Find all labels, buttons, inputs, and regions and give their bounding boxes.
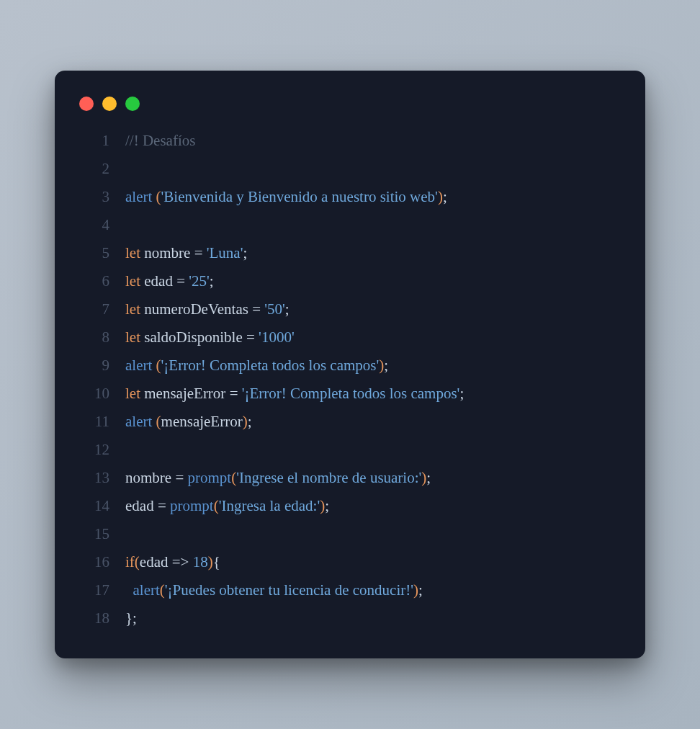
code-line[interactable]: 12 [75,436,625,464]
line-content [125,211,129,239]
token-str: '1000' [259,328,295,346]
token-fn: alert [125,188,152,205]
code-line[interactable]: 5let nombre = 'Luna'; [75,239,625,267]
line-number: 7 [75,295,125,323]
token-paren: ( [156,357,161,374]
token-str: '¡Error! Completa todos los campos' [242,385,460,402]
line-content: alert (mensajeError); [125,408,252,436]
token-id: nombre [125,469,175,486]
token-str: 'Ingresa la edad:' [219,497,320,514]
token-id: nombre [140,244,194,261]
token-op: => [172,553,189,571]
code-line[interactable]: 7let numeroDeVentas = '50'; [75,295,625,323]
token-str: 'Bienvenida y Bienvenido a nuestro sitio… [161,188,438,205]
line-number: 9 [75,352,125,380]
token-id: edad [140,272,176,290]
token-fn: alert [125,357,152,374]
line-content: edad = prompt('Ingresa la edad:'); [125,492,329,520]
token-id: ; [384,357,388,374]
line-content [125,436,129,464]
token-id: ; [248,413,252,430]
line-number: 11 [75,408,125,436]
code-line[interactable]: 10let mensajeError = '¡Error! Completa t… [75,380,625,408]
token-paren: ( [135,553,140,571]
token-id: ; [418,581,423,599]
line-number: 18 [75,604,125,632]
token-kw: let [125,385,140,402]
token-fn: alert [125,413,152,430]
line-content: alert('¡Puedes obtener tu licencia de co… [125,576,423,604]
token-kw: let [125,300,140,318]
token-id: edad [140,553,172,571]
token-id: edad [125,497,158,514]
line-number: 6 [75,267,125,295]
code-line[interactable]: 13nombre = prompt('Ingrese el nombre de … [75,464,625,492]
close-icon[interactable] [79,97,94,111]
line-content: let numeroDeVentas = '50'; [125,295,290,323]
token-id: ; [210,272,214,290]
line-number: 10 [75,380,125,408]
line-content [125,520,129,548]
line-content [125,155,129,183]
line-number: 12 [75,436,125,464]
code-line[interactable]: 9alert ('¡Error! Completa todos los camp… [75,352,625,380]
line-content: }; [125,604,137,632]
token-kw: if [125,553,135,571]
token-paren: ( [156,188,161,205]
token-id: ; [325,497,329,514]
code-line[interactable]: 14edad = prompt('Ingresa la edad:'); [75,492,625,520]
line-number: 17 [75,576,125,604]
maximize-icon[interactable] [125,97,140,111]
token-str: 'Luna' [207,244,243,261]
token-op: = [194,244,203,261]
code-line[interactable]: 1//! Desafíos [75,127,625,155]
token-str: '¡Puedes obtener tu licencia de conducir… [165,581,413,599]
token-paren: ) [438,188,443,205]
token-op: = [175,469,184,486]
token-str: '25' [189,272,210,290]
token-fn: prompt [170,497,214,514]
line-content: let mensajeError = '¡Error! Completa tod… [125,380,464,408]
line-content: let nombre = 'Luna'; [125,239,247,267]
code-line[interactable]: 17 alert('¡Puedes obtener tu licencia de… [75,576,625,604]
token-kw: let [125,244,140,261]
code-editor[interactable]: 1//! Desafíos2 3alert ('Bienvenida y Bie… [75,127,625,633]
line-number: 4 [75,211,125,239]
code-line[interactable]: 2 [75,155,625,183]
token-paren: ) [208,553,213,571]
code-line[interactable]: 6let edad = '25'; [75,267,625,295]
token-id: mensajeError [140,385,230,402]
token-num: 18 [193,553,208,571]
line-number: 13 [75,464,125,492]
code-line[interactable]: 8let saldoDisponible = '1000' [75,323,625,352]
line-content: if(edad => 18){ [125,548,220,576]
code-line[interactable]: 15 [75,520,625,548]
token-id: ; [285,300,290,318]
line-number: 14 [75,492,125,520]
token-str: 'Ingrese el nombre de usuario:' [236,469,421,486]
code-line[interactable]: 11alert (mensajeError); [75,408,625,436]
code-line[interactable]: 4 [75,211,625,239]
token-id: saldoDisponible [140,328,246,346]
line-number: 16 [75,548,125,576]
line-content: //! Desafíos [125,127,195,155]
line-number: 5 [75,239,125,267]
token-comment: //! Desafíos [125,132,195,149]
token-id: ; [443,188,447,205]
token-str: '50' [264,300,285,318]
token-kw: let [125,272,140,290]
token-op: = [176,272,185,290]
line-content: nombre = prompt('Ingrese el nombre de us… [125,464,431,492]
line-number: 15 [75,520,125,548]
code-line[interactable]: 18}; [75,604,625,632]
token-paren: ( [156,413,161,430]
token-id: ; [426,469,431,486]
token-id: ; [243,244,247,261]
code-line[interactable]: 16if(edad => 18){ [75,548,625,576]
token-op: = [158,497,166,514]
code-line[interactable]: 3alert ('Bienvenida y Bienvenido a nuest… [75,183,625,211]
token-id [125,581,133,599]
token-fn: prompt [188,469,232,486]
line-content: let saldoDisponible = '1000' [125,323,295,352]
minimize-icon[interactable] [102,97,117,111]
